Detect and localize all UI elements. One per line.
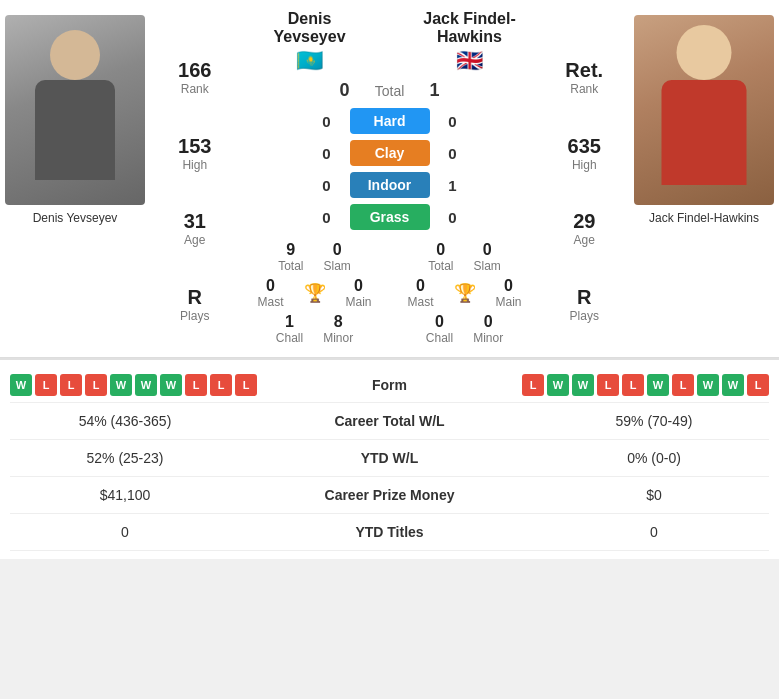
total-left-score: 0 <box>330 80 360 101</box>
chall-row: 1 Chall 8 Minor 0 Chall 0 Minor <box>240 311 540 347</box>
left-rank-value: 166 <box>178 59 211 82</box>
form-badge: L <box>522 374 544 396</box>
indoor-right-score: 1 <box>438 177 468 194</box>
form-badge: W <box>160 374 182 396</box>
left-detail-stats: 9 Total 0 Slam <box>278 241 351 273</box>
form-badge: W <box>547 374 569 396</box>
left-chall-lbl: Chall <box>276 331 303 345</box>
right-slam-lbl: Slam <box>474 259 501 273</box>
form-badge: L <box>60 374 82 396</box>
form-badge: L <box>747 374 769 396</box>
left-age-value: 31 <box>184 210 206 233</box>
form-badge: W <box>722 374 744 396</box>
left-chall-row: 1 Chall 8 Minor <box>276 313 353 345</box>
stats-left-value: 0 <box>25 524 225 540</box>
right-total-val: 0 <box>436 241 445 259</box>
left-high-label: High <box>182 158 207 172</box>
stats-label: Career Total W/L <box>290 413 490 429</box>
stats-rows: 54% (436-365)Career Total W/L59% (70-49)… <box>10 403 769 551</box>
form-badge: L <box>672 374 694 396</box>
left-trophy-icon: 🏆 <box>304 282 326 304</box>
right-player-name-below: Jack Findel-Hawkins <box>649 211 759 225</box>
right-player-avatar-col: Jack Findel-Hawkins <box>629 10 779 347</box>
form-badge: W <box>110 374 132 396</box>
left-plays-label: Plays <box>180 309 209 323</box>
stats-row: $41,100Career Prize Money$0 <box>10 477 769 514</box>
left-stats-col: 166 Rank 153 High 31 Age R Plays <box>150 10 240 347</box>
left-high-block: 153 High <box>178 135 211 172</box>
left-rank-block: 166 Rank <box>178 59 211 96</box>
right-high-block: 635 High <box>568 135 601 172</box>
stats-label: YTD Titles <box>290 524 490 540</box>
left-main-lbl: Main <box>346 295 372 309</box>
form-badge: L <box>210 374 232 396</box>
right-plays-block: R Plays <box>570 286 599 323</box>
left-chall-cell: 1 Chall <box>276 313 303 345</box>
total-label: Total <box>360 83 420 99</box>
right-avatar <box>634 15 774 205</box>
grass-btn: Grass <box>350 204 430 230</box>
stats-row: 0YTD Titles0 <box>10 514 769 551</box>
right-chall-val: 0 <box>435 313 444 331</box>
right-rank-label: Rank <box>570 82 598 96</box>
right-mast-cell: 0 Mast <box>407 277 433 309</box>
left-flag: 🇰🇿 <box>296 48 323 74</box>
right-flag: 🇬🇧 <box>456 48 483 74</box>
form-badge: W <box>135 374 157 396</box>
right-center-name: Jack Findel-Hawkins <box>400 10 540 46</box>
clay-right-score: 0 <box>438 145 468 162</box>
grass-row: 0 Grass 0 <box>240 204 540 230</box>
right-stats-col: Ret. Rank 635 High 29 Age R Plays <box>540 10 630 347</box>
left-high-value: 153 <box>178 135 211 158</box>
clay-row: 0 Clay 0 <box>240 140 540 166</box>
right-main-cell: 0 Main <box>496 277 522 309</box>
stats-row: 52% (25-23)YTD W/L0% (0-0) <box>10 440 769 477</box>
indoor-left-score: 0 <box>312 177 342 194</box>
right-chall-cell: 0 Chall <box>426 313 453 345</box>
right-high-label: High <box>572 158 597 172</box>
right-mast-val: 0 <box>416 277 425 295</box>
stats-right-value: 0% (0-0) <box>554 450 754 466</box>
form-badge: W <box>697 374 719 396</box>
grass-left-score: 0 <box>312 209 342 226</box>
left-player-name-below: Denis Yevseyev <box>33 211 118 225</box>
stats-right-value: 59% (70-49) <box>554 413 754 429</box>
main-container: Denis Yevseyev 166 Rank 153 High 31 Age … <box>0 0 779 559</box>
right-rank-value: Ret. <box>565 59 603 82</box>
stats-right-value: $0 <box>554 487 754 503</box>
right-detail-stats: 0 Total 0 Slam <box>428 241 501 273</box>
right-form-badges: LWWLLWLWWL <box>522 374 769 396</box>
left-age-block: 31 Age <box>184 210 206 247</box>
grass-right-score: 0 <box>438 209 468 226</box>
left-avatar <box>5 15 145 205</box>
right-total-lbl: Total <box>428 259 453 273</box>
form-badge: L <box>185 374 207 396</box>
right-high-value: 635 <box>568 135 601 158</box>
left-slam-lbl: Slam <box>324 259 351 273</box>
top-section: Denis Yevseyev 166 Rank 153 High 31 Age … <box>0 0 779 358</box>
left-main-cell: 0 Main <box>346 277 372 309</box>
form-badge: W <box>647 374 669 396</box>
left-center-name: DenisYevseyev <box>240 10 380 46</box>
stats-right-value: 0 <box>554 524 754 540</box>
form-badge: W <box>572 374 594 396</box>
left-slam-val: 0 <box>333 241 342 259</box>
stats-left-value: 54% (436-365) <box>25 413 225 429</box>
left-main-val: 0 <box>354 277 363 295</box>
right-main-val: 0 <box>504 277 513 295</box>
right-slam-cell: 0 Slam <box>474 241 501 273</box>
left-player-avatar-col: Denis Yevseyev <box>0 10 150 347</box>
hard-row: 0 Hard 0 <box>240 108 540 134</box>
form-badge: W <box>10 374 32 396</box>
right-main-lbl: Main <box>496 295 522 309</box>
right-mast-lbl: Mast <box>407 295 433 309</box>
stats-label: Career Prize Money <box>290 487 490 503</box>
left-rank-label: Rank <box>181 82 209 96</box>
detailed-stats-row: 9 Total 0 Slam 0 Total 0 Slam <box>240 233 540 275</box>
center-col: DenisYevseyev 🇰🇿 Jack Findel-Hawkins 🇬🇧 … <box>240 10 540 347</box>
hard-btn: Hard <box>350 108 430 134</box>
left-plays-block: R Plays <box>180 286 209 323</box>
left-mast-lbl: Mast <box>257 295 283 309</box>
form-badge: L <box>85 374 107 396</box>
trophy-row: 0 Mast 🏆 0 Main 0 Mast 🏆 <box>240 275 540 311</box>
